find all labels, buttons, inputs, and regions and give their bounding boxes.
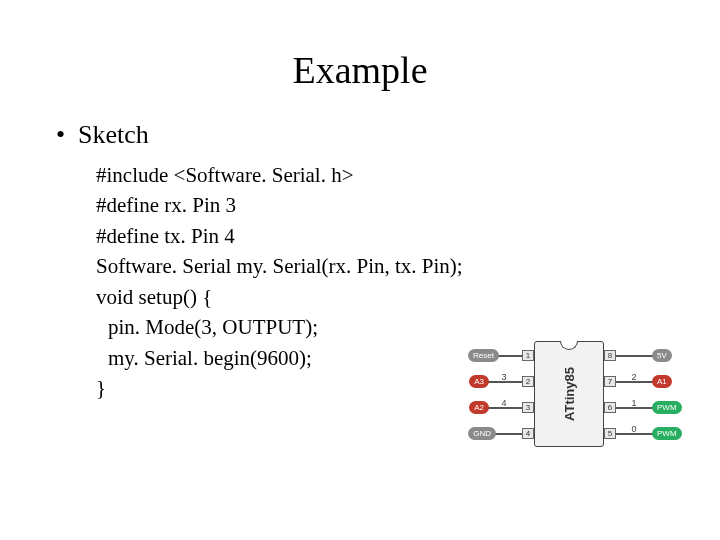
pin-num: 3 [499, 372, 509, 382]
pin-box: 8 [604, 350, 616, 361]
pin-box: 4 [522, 428, 534, 439]
code-line: #include <Software. Serial. h> [96, 160, 476, 190]
pin-tag-a1: A1 [652, 375, 672, 388]
chip-body: ATtiny85 [534, 341, 604, 447]
chip-diagram: ATtiny85 1 Reset 2 3 A3 3 4 A2 4 GND 8 5… [454, 334, 684, 454]
pin-num: 4 [499, 398, 509, 408]
chip-label: ATtiny85 [562, 367, 577, 421]
code-line: } [96, 373, 476, 403]
code-line: #define rx. Pin 3 [96, 190, 476, 220]
code-line: #define tx. Pin 4 [96, 221, 476, 251]
pin-tag-pwm: PWM [652, 427, 682, 440]
code-line: pin. Mode(3, OUTPUT); [96, 312, 476, 342]
pin-box: 3 [522, 402, 534, 413]
pin-box: 2 [522, 376, 534, 387]
slide-title: Example [0, 48, 720, 92]
pin-tag-a2: A2 [469, 401, 489, 414]
pin-box: 1 [522, 350, 534, 361]
pin-tag-5v: 5V [652, 349, 672, 362]
code-line: my. Serial. begin(9600); [96, 343, 476, 373]
pin-num: 0 [629, 424, 639, 434]
code-line: Software. Serial my. Serial(rx. Pin, tx.… [96, 251, 476, 281]
pin-tag-reset: Reset [468, 349, 499, 362]
pin-num: 2 [629, 372, 639, 382]
chip-notch [560, 341, 578, 350]
pin-tag-pwm: PWM [652, 401, 682, 414]
code-block: #include <Software. Serial. h> #define r… [56, 160, 476, 404]
pin-box: 5 [604, 428, 616, 439]
pin-num: 1 [629, 398, 639, 408]
pin-tag-a3: A3 [469, 375, 489, 388]
bullet-label: Sketch [78, 120, 149, 150]
pin-box: 7 [604, 376, 616, 387]
bullet-sketch: • Sketch [56, 120, 720, 150]
code-line: void setup() { [96, 282, 476, 312]
bullet-dot: • [56, 120, 78, 150]
pin-box: 6 [604, 402, 616, 413]
pin-tag-gnd: GND [468, 427, 496, 440]
